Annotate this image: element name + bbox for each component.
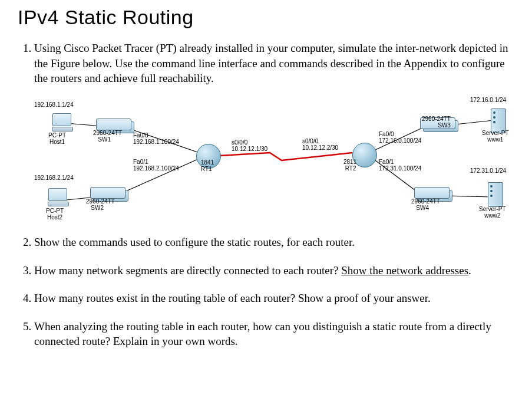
question-3: How many network segments are directly c…	[34, 263, 514, 278]
question-5-text: When analyzing the routing table in each…	[34, 320, 491, 348]
www2-type: Server-PT	[479, 206, 506, 212]
sw4-model: 2960-24TT	[411, 198, 440, 205]
rt1-model: 1841	[201, 159, 214, 166]
www2-name: www2	[484, 212, 500, 219]
page-title: IPv4 Static Routing	[18, 6, 514, 29]
rt2-fa00: Fa0/0	[379, 131, 394, 137]
sw1-model: 2960-24TT	[93, 130, 122, 136]
host2-type: PC-PT	[46, 208, 64, 214]
host2-ip-label: 192.168.2.1/24	[34, 175, 74, 181]
rt2-name: RT2	[345, 165, 356, 172]
www1-name: www1	[487, 136, 503, 143]
sw3-name: SW3	[438, 122, 451, 129]
rt2-s000-ip: 10.12.12.2/30	[302, 144, 338, 151]
rt1-name: RT1	[201, 166, 212, 172]
question-1: Using Cisco Packet Tracer (PT) already i…	[34, 41, 514, 221]
rt2-fa01-ip: 172.31.0.100/24	[379, 165, 421, 172]
rt1-fa01: Fa0/1	[133, 159, 148, 165]
server-icon	[488, 182, 503, 207]
question-3a-text: How many network segments are directly c…	[34, 264, 341, 277]
question-list: Using Cisco Packet Tracer (PT) already i…	[18, 41, 514, 349]
rt1-s000-ip: 10.12.12.1/30	[232, 146, 267, 152]
www1-type: Server-PT	[482, 130, 509, 136]
sw2-name: SW2	[91, 205, 104, 211]
sw4-name: SW4	[416, 205, 429, 211]
rt2-fa00-ip: 172.16.0.100/24	[379, 137, 421, 144]
question-3c-text: .	[468, 264, 471, 277]
pc-icon	[52, 113, 72, 131]
question-2: Show the commands used to configure the …	[34, 235, 514, 250]
question-1-text: Using Cisco Packet Tracer (PT) already i…	[34, 42, 508, 84]
host1-ip-label: 192.168.1.1/24	[34, 101, 74, 108]
rt2-s000: s0/0/0	[302, 138, 318, 144]
host1-type: PC-PT	[48, 132, 66, 139]
question-5: When analyzing the routing table in each…	[34, 319, 514, 349]
sw3-model: 2960-24TT	[422, 116, 451, 122]
question-4: How many routes exist in the routing tab…	[34, 291, 514, 306]
question-4-text: How many routes exist in the routing tab…	[34, 292, 431, 304]
rt1-fa00-ip: 192.168.1.100/24	[133, 139, 179, 145]
sw1-name: SW1	[98, 136, 111, 143]
network-diagram: 192.168.1.1/24 PC-PT Host1 2960-24TT SW1…	[34, 97, 514, 221]
question-2-text: Show the commands used to configure the …	[34, 236, 355, 248]
question-3b-text: Show the network addresses	[341, 264, 468, 277]
sw2-model: 2960-24TT	[86, 198, 115, 205]
rt2-fa01: Fa0/1	[379, 159, 394, 165]
rt1-s000: s0/0/0	[232, 139, 247, 146]
host1-name: Host1	[49, 139, 65, 145]
rt1-fa01-ip: 192.168.2.100/24	[133, 165, 179, 172]
pc-icon	[48, 188, 68, 206]
rt1-fa00: Fa0/0	[133, 132, 148, 139]
www1-ip-label: 172.16.0.1/24	[470, 97, 506, 103]
host2-name: Host2	[47, 214, 62, 221]
www2-ip-label: 172.31.0.1/24	[470, 167, 506, 174]
rt2-model: 2811	[343, 159, 356, 165]
